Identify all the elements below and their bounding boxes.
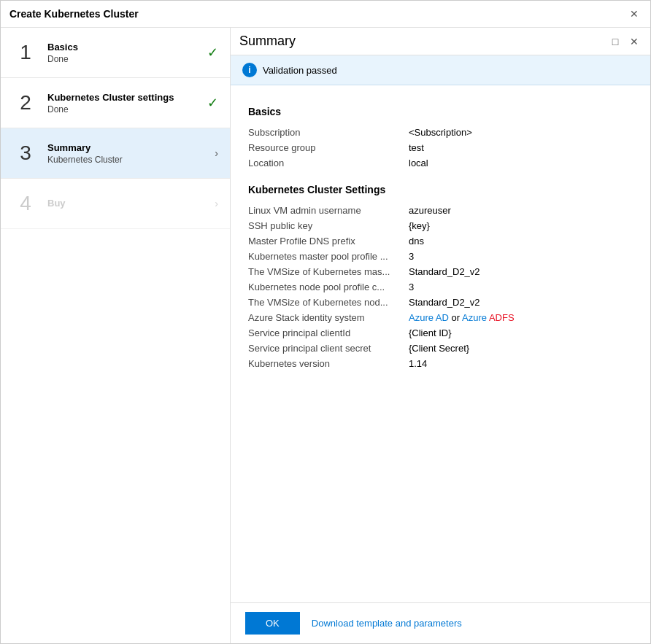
k8s-ssh-label: SSH public key [248,218,409,233]
step-3-info: Summary Kubernetes Cluster [47,142,209,165]
k8s-version-value: 1.14 [409,356,633,371]
k8s-client-id-label: Service principal clientId [248,325,409,341]
basics-resource-group-value: test [409,140,633,155]
titlebar-controls: ✕ [627,7,642,21]
k8s-master-pool-count-label: Kubernetes master pool profile ... [248,249,409,264]
step-3-summary[interactable]: 3 Summary Kubernetes Cluster › [1,128,230,179]
k8s-node-pool-count-row: Kubernetes node pool profile c... 3 [248,279,633,295]
step-1-status: Done [47,54,201,64]
info-icon: i [242,63,257,77]
k8s-node-vmsize-row: The VMSize of Kubernetes nod... Standard… [248,295,633,310]
step-1-number: 1 [12,41,39,64]
basics-subscription-row: Subscription <Subscription> [248,125,633,140]
basics-resource-group-row: Resource group test [248,140,633,155]
k8s-identity-row: Azure Stack identity system Azure AD or … [248,310,633,325]
k8s-identity-value: Azure AD or Azure ADFS [409,310,633,325]
step-3-number: 3 [12,141,39,165]
summary-content: Basics Subscription <Subscription> Resou… [231,85,650,602]
step-2-check-icon: ✓ [207,95,218,111]
close-button[interactable]: ✕ [627,7,642,21]
azure-ad-text: Azure AD [409,312,449,323]
basics-resource-group-label: Resource group [248,140,409,155]
right-titlebar: Summary □ ✕ [231,28,650,55]
step-1-basics[interactable]: 1 Basics Done ✓ [1,28,230,78]
k8s-linux-admin-label: Linux VM admin username [248,203,409,218]
step-3-chevron-icon: › [215,147,218,159]
right-panel-title: Summary [239,34,296,49]
basics-location-label: Location [248,155,409,171]
k8s-client-id-row: Service principal clientId {Client ID} [248,325,633,341]
footer-bar: OK Download template and parameters [231,602,650,643]
validation-bar: i Validation passed [231,55,650,85]
right-minimize-button[interactable]: □ [608,34,623,49]
step-2-number: 2 [12,91,39,115]
k8s-linux-admin-row: Linux VM admin username azureuser [248,203,633,218]
step-4-name: Buy [47,198,209,209]
k8s-client-id-value: {Client ID} [409,325,633,341]
k8s-version-label: Kubernetes version [248,356,409,371]
right-titlebar-controls: □ ✕ [608,34,642,49]
k8s-node-vmsize-label: The VMSize of Kubernetes nod... [248,295,409,310]
step-4-number: 4 [12,192,39,215]
basics-subscription-value: <Subscription> [409,125,633,140]
step-1-info: Basics Done [47,42,201,64]
k8s-master-vmsize-value: Standard_D2_v2 [409,264,633,279]
step-3-name: Summary [47,142,209,153]
or-text: or [452,312,462,323]
basics-section-title: Basics [248,106,633,117]
k8s-linux-admin-value: azureuser [409,203,633,218]
step-4-info: Buy [47,198,209,210]
right-panel: Summary □ ✕ i Validation passed Basics [231,28,650,643]
step-4-buy: 4 Buy › [1,179,230,229]
k8s-master-vmsize-row: The VMSize of Kubernetes mas... Standard… [248,264,633,279]
basics-location-row: Location local [248,155,633,171]
adfs-text: ADFS [489,312,515,323]
dialog-title: Create Kubernetes Cluster [9,8,139,20]
create-k8s-cluster-dialog: Create Kubernetes Cluster ✕ 1 Basics Don… [0,0,651,644]
azure-text: Azure [462,312,487,323]
dialog-body: 1 Basics Done ✓ 2 Kubernetes Cluster set… [1,28,650,643]
k8s-client-secret-label: Service principal client secret [248,341,409,356]
basics-subscription-label: Subscription [248,125,409,140]
k8s-ssh-value: {key} [409,218,633,233]
basics-table: Subscription <Subscription> Resource gro… [248,125,633,171]
k8s-master-pool-count-value: 3 [409,249,633,264]
k8s-master-pool-count-row: Kubernetes master pool profile ... 3 [248,249,633,264]
step-4-chevron-icon: › [215,198,218,209]
step-2-k8s-settings[interactable]: 2 Kubernetes Cluster settings Done ✓ [1,78,230,128]
ok-button[interactable]: OK [245,612,300,635]
step-1-name: Basics [47,42,201,53]
left-panel: 1 Basics Done ✓ 2 Kubernetes Cluster set… [1,28,231,643]
dialog-titlebar: Create Kubernetes Cluster ✕ [1,1,650,28]
k8s-table: Linux VM admin username azureuser SSH pu… [248,203,633,371]
k8s-ssh-row: SSH public key {key} [248,218,633,233]
k8s-node-pool-count-value: 3 [409,279,633,295]
k8s-client-secret-row: Service principal client secret {Client … [248,341,633,356]
validation-text: Validation passed [263,65,337,76]
step-2-info: Kubernetes Cluster settings Done [47,92,201,115]
k8s-node-pool-count-label: Kubernetes node pool profile c... [248,279,409,295]
right-close-button[interactable]: ✕ [627,34,642,49]
step-3-status: Kubernetes Cluster [47,155,209,165]
download-template-button[interactable]: Download template and parameters [312,618,462,629]
k8s-node-vmsize-value: Standard_D2_v2 [409,295,633,310]
basics-location-value: local [409,155,633,171]
k8s-section-title: Kubernetes Cluster Settings [248,184,633,195]
k8s-identity-label: Azure Stack identity system [248,310,409,325]
step-2-status: Done [47,104,201,115]
k8s-client-secret-value: {Client Secret} [409,341,633,356]
k8s-version-row: Kubernetes version 1.14 [248,356,633,371]
k8s-dns-row: Master Profile DNS prefix dns [248,233,633,249]
k8s-dns-label: Master Profile DNS prefix [248,233,409,249]
k8s-dns-value: dns [409,233,633,249]
k8s-master-vmsize-label: The VMSize of Kubernetes mas... [248,264,409,279]
step-1-check-icon: ✓ [207,44,218,61]
step-2-name: Kubernetes Cluster settings [47,92,201,103]
